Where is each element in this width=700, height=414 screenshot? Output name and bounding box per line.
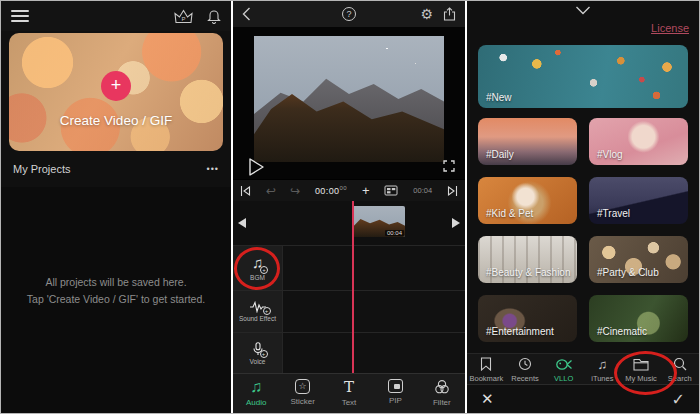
confirm-check-icon[interactable]: ✓	[672, 390, 685, 409]
sound-effect-track-row: + Sound Effect	[233, 291, 465, 333]
svg-text:P: P	[181, 16, 185, 22]
category-card-travel[interactable]: #Travel	[589, 177, 688, 224]
category-grid: #Daily #Vlog #Kid & Pet #Travel #Beauty …	[478, 118, 688, 342]
playhead-line[interactable]	[352, 201, 354, 373]
category-card-kid-pet[interactable]: #Kid & Pet	[478, 177, 577, 224]
tab-pip[interactable]: PIP	[372, 379, 418, 405]
bookmark-icon	[480, 357, 492, 371]
search-icon	[673, 357, 687, 371]
track-scroll-left-icon[interactable]	[238, 218, 246, 228]
help-icon[interactable]: ?	[342, 7, 356, 21]
bgm-track-row: ♫ + BGM	[233, 246, 465, 291]
editor-tabbar: ♫ Audio ☆ Sticker T Text PIP	[233, 373, 465, 413]
filter-lens-icon	[434, 379, 450, 395]
my-projects-title: My Projects	[13, 163, 207, 175]
music-source-tabbar: Bookmark Recents VLLO	[467, 353, 699, 386]
tab-audio[interactable]: ♫ Audio	[233, 379, 279, 407]
voice-track-lane[interactable]	[283, 333, 465, 374]
music-browser-screen: License #New #Daily #Vlog #Kid & Pet #Tr…	[467, 1, 699, 413]
track-scroll-right-icon[interactable]	[452, 218, 460, 228]
create-video-card[interactable]: + Create Video / GIF	[9, 33, 223, 151]
my-projects-row: My Projects •••	[1, 153, 231, 185]
back-icon[interactable]	[242, 7, 251, 21]
menu-icon[interactable]	[11, 10, 29, 22]
play-icon[interactable]	[247, 157, 265, 177]
vllo-fish-icon	[555, 358, 573, 371]
category-card-daily[interactable]: #Daily	[478, 118, 577, 165]
pip-icon	[388, 379, 403, 393]
editor-topbar: ? ⚙	[233, 1, 465, 27]
license-link[interactable]: License	[651, 22, 689, 34]
sound-effect-track-lane[interactable]	[283, 291, 465, 332]
video-clip-thumbnail[interactable]: 00:04	[352, 206, 405, 237]
recents-clock-icon	[518, 357, 532, 371]
settings-gear-icon[interactable]: ⚙	[420, 7, 433, 21]
media-library-icon[interactable]	[384, 185, 398, 196]
bgm-add-badge-icon: +	[260, 266, 268, 274]
tab-sticker[interactable]: ☆ Sticker	[279, 379, 325, 406]
create-plus-button[interactable]: +	[101, 71, 131, 101]
bgm-label: BGM	[250, 274, 265, 282]
tab-text[interactable]: T Text	[326, 379, 372, 407]
more-options-icon[interactable]: •••	[207, 164, 219, 174]
audio-note-icon: ♫	[250, 379, 262, 395]
voice-add-button[interactable]: + Voice	[233, 333, 283, 374]
undo-icon[interactable]: ↩	[266, 184, 276, 198]
sound-effect-label: Sound Effect	[239, 315, 276, 323]
notification-bell-icon[interactable]	[193, 8, 221, 24]
category-banner-new[interactable]: #New	[478, 45, 688, 108]
create-video-label: Create Video / GIF	[9, 113, 223, 128]
text-tool-icon: T	[344, 379, 354, 395]
voice-label: Voice	[250, 358, 266, 366]
home-screen: P + Create Video / GIF My Projects ••• A…	[1, 1, 231, 413]
timeline-area: 00:04 ♫ + BGM	[233, 201, 465, 373]
category-card-party-club[interactable]: #Party & Club	[589, 236, 688, 283]
premium-crown-icon[interactable]: P	[160, 9, 193, 24]
category-card-entertainment[interactable]: #Entertainment	[478, 295, 577, 342]
voice-add-badge-icon: +	[260, 350, 268, 358]
empty-state-text: All projects will be saved here. Tap 'Cr…	[27, 274, 205, 308]
collapse-chevron-icon[interactable]	[576, 6, 591, 15]
sound-effect-add-button[interactable]: + Sound Effect	[233, 291, 283, 332]
add-clip-icon[interactable]: +	[362, 183, 370, 198]
bgm-track-lane[interactable]	[283, 246, 465, 290]
bgm-add-button[interactable]: ♫ + BGM	[233, 246, 283, 290]
tab-itunes[interactable]: ♫ iTunes	[583, 358, 622, 383]
projects-empty-area: All projects will be saved here. Tap 'Cr…	[1, 187, 231, 413]
preview-frame-image	[254, 36, 444, 162]
fullscreen-icon[interactable]	[443, 160, 455, 172]
cancel-x-icon[interactable]: ✕	[481, 390, 494, 408]
redo-icon[interactable]: ↪	[290, 184, 300, 198]
sticker-star-icon: ☆	[295, 379, 310, 394]
music-confirm-bar: ✕ ✓	[467, 384, 699, 413]
total-duration: 00:04	[413, 186, 432, 195]
tab-bookmark[interactable]: Bookmark	[467, 357, 506, 383]
itunes-note-icon: ♫	[597, 358, 607, 371]
tab-search[interactable]: Search	[660, 357, 699, 383]
home-topbar: P	[1, 1, 231, 31]
clip-duration-badge: 00:04	[385, 230, 404, 236]
category-card-vlog[interactable]: #Vlog	[589, 118, 688, 165]
editor-screen: ? ⚙	[233, 1, 465, 413]
tab-filter[interactable]: Filter	[419, 379, 465, 407]
screenshot-composite: P + Create Video / GIF My Projects ••• A…	[0, 0, 700, 414]
skip-to-end-icon[interactable]	[447, 185, 458, 197]
my-music-folder-icon	[633, 358, 649, 371]
export-share-icon[interactable]	[443, 7, 456, 21]
music-topbar: License	[467, 1, 699, 43]
timeline-toolbar: ↩ ↪ 00:0000 + 00:04	[233, 179, 465, 201]
video-track[interactable]: 00:04	[233, 201, 465, 246]
tab-my-music[interactable]: My Music	[622, 358, 661, 383]
current-timecode: 00:0000	[315, 185, 347, 196]
category-card-beauty-fashion[interactable]: #Beauty & Fashion	[478, 236, 577, 283]
category-card-cinematic[interactable]: #Cinematic	[589, 295, 688, 342]
video-preview[interactable]	[233, 27, 465, 179]
tab-vllo[interactable]: VLLO	[544, 358, 583, 383]
sound-effect-add-badge-icon: +	[263, 307, 271, 315]
tab-recents[interactable]: Recents	[506, 357, 545, 383]
skip-to-start-icon[interactable]	[240, 185, 251, 197]
voice-track-row: + Voice	[233, 333, 465, 375]
